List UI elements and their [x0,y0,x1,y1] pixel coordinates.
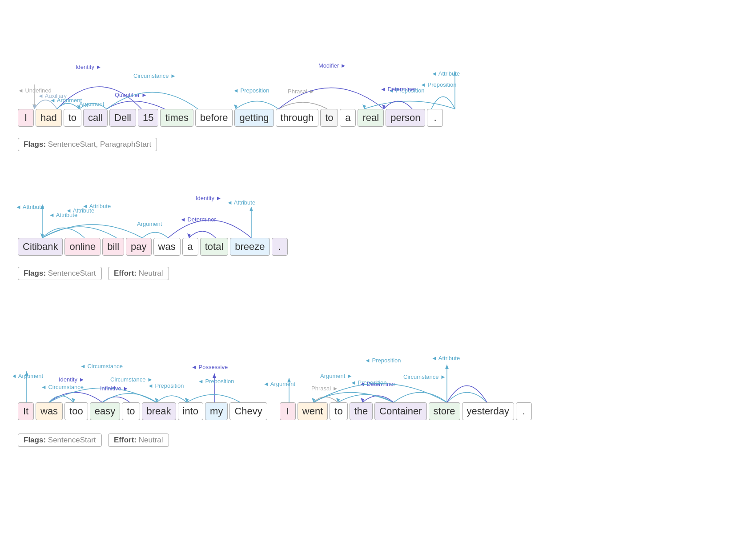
svg-text:◄ Attribute: ◄ Attribute [49,212,77,218]
flags-s1: Flags: SentenceStart, ParagraphStart [18,138,161,151]
svg-text:◄ Preposition: ◄ Preposition [148,382,184,389]
svg-text:◄ Argument: ◄ Argument [50,97,82,104]
svg-text:Identity ►: Identity ► [59,376,84,383]
svg-marker-30 [187,233,191,238]
svg-marker-3 [33,104,36,109]
svg-text:Argument: Argument [137,221,162,227]
svg-text:◄ Determiner: ◄ Determiner [180,216,216,223]
flags-s2: Flags: SentenceStart Effort: Neutral [18,267,173,280]
words-row-s1: I had to call Dell 15 times before getti… [18,109,443,127]
word-I2: I [280,402,296,420]
word-the: the [350,402,373,420]
svg-text:◄ Attribute: ◄ Attribute [227,199,255,206]
svg-text:Circumstance ►: Circumstance ► [403,373,446,380]
svg-text:◄ Circumstance: ◄ Circumstance [80,363,123,369]
svg-marker-24 [40,233,44,238]
word-period3: . [516,402,532,420]
word-Container: Container [374,402,426,420]
arcs-s2: ◄ Attribute ◄ Attribute ◄ Attribute ◄ At… [13,169,414,240]
svg-text:◄ Determiner: ◄ Determiner [359,381,395,387]
svg-text:Modifier ►: Modifier ► [318,62,346,69]
svg-text:Circumstance ►: Circumstance ► [110,376,153,383]
word-It: It [18,402,34,420]
svg-marker-59 [445,365,449,369]
svg-text:◄ Preposition: ◄ Preposition [233,87,269,94]
svg-marker-22 [40,205,44,209]
svg-text:◄ Attribute: ◄ Attribute [431,70,460,77]
svg-text:Identity ►: Identity ► [196,195,221,201]
svg-text:◄ Preposition: ◄ Preposition [388,87,425,94]
word-15: 15 [138,109,158,127]
word-into: into [178,402,203,420]
svg-marker-11 [234,104,237,109]
svg-text:Circumstance ►: Circumstance ► [133,72,176,79]
word-period2: . [272,238,288,256]
svg-marker-40 [155,398,158,402]
svg-text:Quantifier ►: Quantifier ► [115,92,147,98]
svg-text:Infinitive ►: Infinitive ► [100,385,129,392]
word-was: was [153,238,181,256]
svg-text:Phrasal ►: Phrasal ► [288,88,315,95]
svg-text:Identity ►: Identity ► [76,64,101,70]
word-was2: was [36,402,63,420]
svg-text:◄ Attribute: ◄ Attribute [431,355,460,361]
arcs-s1: ◄ Undefined ◄ Auxiliary Identity ► ◄ Arg… [13,40,743,111]
svg-marker-33 [249,207,253,211]
word-I: I [18,109,34,127]
word-Citibank: Citibank [18,238,63,256]
svg-marker-48 [185,398,189,402]
word-online: online [64,238,101,256]
svg-text:◄ Preposition: ◄ Preposition [350,379,387,386]
flags-s3: Flags: SentenceStart Effort: Neutral [18,434,173,447]
svg-text:◄ Preposition: ◄ Preposition [365,357,401,364]
word-to2: to [320,109,338,127]
word-a2: a [182,238,198,256]
svg-text:◄ Possessive: ◄ Possessive [191,364,228,370]
word-call: call [83,109,108,127]
word-Chevy: Chevy [229,402,267,420]
effort-text-s2: Neutral [139,269,163,277]
word-to: to [64,109,81,127]
svg-marker-6 [77,105,80,109]
svg-marker-50 [287,378,291,382]
word-real: real [358,109,384,127]
svg-marker-38 [72,398,75,402]
word-before: before [195,109,233,127]
word-to4: to [330,402,347,420]
flags-text-s1: SentenceStart, ParagraphStart [48,140,151,149]
svg-text:◄ Undefined: ◄ Undefined [18,87,52,94]
svg-text:Phrasal ►: Phrasal ► [311,385,338,392]
svg-text:◄ Preposition: ◄ Preposition [420,81,457,88]
svg-marker-61 [312,398,315,402]
svg-marker-46 [213,373,216,378]
word-had: had [36,109,62,127]
svg-text:◄ Attribute: ◄ Attribute [66,207,94,214]
word-a: a [340,109,356,127]
word-yesterday: yesterday [462,402,514,420]
word-Dell: Dell [109,109,136,127]
word-easy: easy [90,402,120,420]
svg-text:◄ Preposition: ◄ Preposition [198,378,234,385]
word-pay: pay [126,238,151,256]
svg-marker-35 [25,371,28,376]
word-bill: bill [102,238,124,256]
svg-marker-17 [453,71,457,76]
svg-text:◄ Argument: ◄ Argument [263,381,296,387]
svg-marker-57 [361,398,364,402]
svg-text:◄ Attribute: ◄ Attribute [16,204,44,210]
word-went: went [298,402,328,420]
svg-text:◄ Argument: ◄ Argument [13,373,44,379]
svg-text:◄ Attribute: ◄ Attribute [82,203,111,209]
word-through: through [276,109,319,127]
flags-text-s3: SentenceStart [48,436,96,444]
svg-text:◄ Determiner: ◄ Determiner [380,86,416,92]
word-store: store [429,402,460,420]
svg-marker-15 [362,104,366,109]
svg-marker-44 [185,398,189,402]
word-too: too [64,402,88,420]
word-period1: . [427,109,443,127]
svg-marker-54 [336,398,340,402]
word-times: times [160,109,193,127]
svg-text:Argument ►: Argument ► [320,373,353,379]
svg-text:◄ Auxiliary: ◄ Auxiliary [38,92,67,99]
